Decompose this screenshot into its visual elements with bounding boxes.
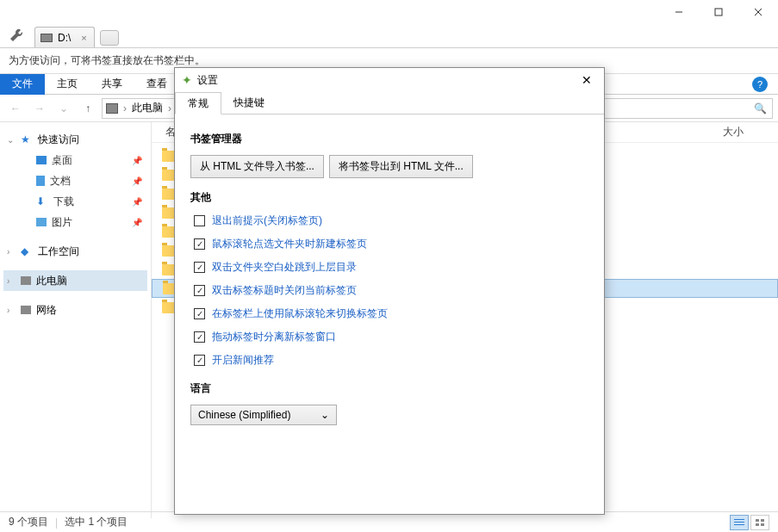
chevron-right-icon: › (168, 102, 171, 114)
section-bookmark-manager: 书签管理器 (190, 132, 588, 146)
network-icon (21, 306, 31, 314)
window-close-button[interactable] (738, 0, 778, 24)
pin-icon: 📌 (132, 176, 142, 186)
pin-icon: 📌 (132, 218, 142, 227)
checkbox-label[interactable]: 双击文件夹空白处跳到上层目录 (212, 260, 357, 275)
view-icons-button[interactable] (750, 515, 769, 530)
search-icon: 🔍 (754, 102, 767, 114)
nav-back-button[interactable]: ← (5, 98, 26, 119)
help-icon[interactable]: ? (752, 77, 768, 92)
puzzle-icon: ✦ (182, 73, 192, 87)
chevron-right-icon: › (123, 102, 127, 114)
desktop-icon (36, 156, 47, 164)
pictures-icon (36, 218, 47, 226)
svg-rect-5 (734, 522, 744, 523)
sidebar-network[interactable]: ›网络 (3, 300, 147, 320)
star-icon: ★ (21, 133, 33, 145)
svg-rect-4 (734, 519, 744, 520)
nav-up-button[interactable]: ↑ (78, 98, 98, 119)
checkbox-scroll-switch[interactable]: ✓ (194, 308, 205, 319)
checkbox-exit-prompt[interactable] (194, 215, 205, 226)
sidebar-this-pc[interactable]: ›此电脑 (3, 270, 147, 291)
cloud-icon: ◆ (21, 245, 33, 257)
search-input[interactable]: 🔍 (601, 98, 773, 119)
sidebar-desktop[interactable]: 桌面📌 (3, 150, 147, 170)
checkbox-label[interactable]: 双击标签标题时关闭当前标签页 (212, 283, 357, 298)
minimize-button[interactable] (659, 0, 699, 24)
status-selected: 选中 1 个项目 (65, 515, 128, 529)
sidebar-pictures[interactable]: 图片📌 (3, 212, 147, 232)
svg-rect-1 (715, 9, 722, 15)
drive-icon (106, 103, 118, 114)
column-size[interactable]: 大小 (723, 125, 744, 139)
svg-rect-10 (761, 523, 764, 526)
pin-icon: 📌 (132, 197, 142, 207)
tab-hotkey[interactable]: 快捷键 (221, 92, 277, 114)
checkbox-dblclick-up[interactable]: ✓ (194, 262, 205, 273)
pc-icon (21, 276, 31, 285)
sidebar-documents[interactable]: 文档📌 (3, 170, 147, 191)
pin-icon: 📌 (132, 156, 142, 165)
checkbox-label[interactable]: 在标签栏上使用鼠标滚轮来切换标签页 (212, 306, 388, 321)
drive-icon (40, 34, 53, 42)
checkbox-label[interactable]: 鼠标滚轮点选文件夹时新建标签页 (212, 237, 367, 251)
new-tab-button[interactable] (100, 30, 119, 46)
checkbox-news[interactable]: ✓ (194, 355, 205, 366)
wrench-icon[interactable] (9, 28, 24, 43)
svg-rect-8 (761, 519, 764, 522)
checkbox-label[interactable]: 退出前提示(关闭标签页) (212, 213, 322, 228)
ribbon-share[interactable]: 共享 (90, 74, 134, 95)
sidebar-downloads[interactable]: ⬇下载📌 (3, 191, 147, 212)
checkbox-drag-detach[interactable]: ✓ (194, 331, 205, 343)
status-count: 9 个项目 (9, 515, 48, 529)
export-bookmarks-button[interactable]: 将书签导出到 HTML 文件... (329, 155, 473, 178)
dialog-title: 设置 (197, 73, 218, 88)
tab-general[interactable]: 常规 (175, 92, 221, 114)
document-icon (36, 176, 45, 186)
ribbon-file[interactable]: 文件 (0, 74, 45, 95)
nav-sidebar: ⌄★快速访问 桌面📌 文档📌 ⬇下载📌 图片📌 ›◆工作空间 ›此电脑 ›网络 (0, 122, 152, 518)
svg-rect-6 (734, 524, 744, 525)
sidebar-workspace[interactable]: ›◆工作空间 (3, 241, 147, 262)
dialog-close-button[interactable]: ✕ (576, 70, 597, 90)
download-icon: ⬇ (36, 195, 48, 207)
section-language: 语言 (190, 381, 588, 396)
sidebar-quick-access[interactable]: ⌄★快速访问 (3, 129, 147, 150)
checkbox-label[interactable]: 拖动标签时分离新标签窗口 (212, 330, 336, 344)
maximize-button[interactable] (699, 0, 738, 24)
checkbox-label[interactable]: 开启新闻推荐 (212, 353, 274, 368)
settings-dialog: ✦ 设置 ✕ 常规 快捷键 书签管理器 从 HTML 文件导入书签... 将书签… (174, 67, 605, 515)
import-bookmarks-button[interactable]: 从 HTML 文件导入书签... (190, 155, 324, 178)
language-select[interactable]: Chinese (Simplified) ⌄ (190, 405, 337, 425)
ribbon-home[interactable]: 主页 (45, 74, 90, 95)
tab-close-icon[interactable]: × (81, 33, 86, 43)
view-details-button[interactable] (730, 515, 749, 530)
svg-rect-7 (756, 519, 759, 522)
section-other: 其他 (190, 190, 588, 205)
nav-forward-button[interactable]: → (29, 98, 50, 119)
language-value: Chinese (Simplified) (198, 409, 290, 421)
chevron-down-icon: ⌄ (321, 409, 329, 421)
checkbox-dblclick-close[interactable]: ✓ (194, 285, 205, 296)
svg-rect-9 (756, 523, 759, 526)
tab-label: D:\ (58, 32, 71, 44)
breadcrumb-this-pc[interactable]: 此电脑 (132, 101, 163, 115)
nav-recent-button[interactable]: ⌄ (53, 98, 74, 119)
ribbon-view[interactable]: 查看 (134, 74, 179, 95)
tab-drive-d[interactable]: D:\ × (34, 27, 95, 47)
checkbox-scroll-newtab[interactable]: ✓ (194, 238, 205, 250)
